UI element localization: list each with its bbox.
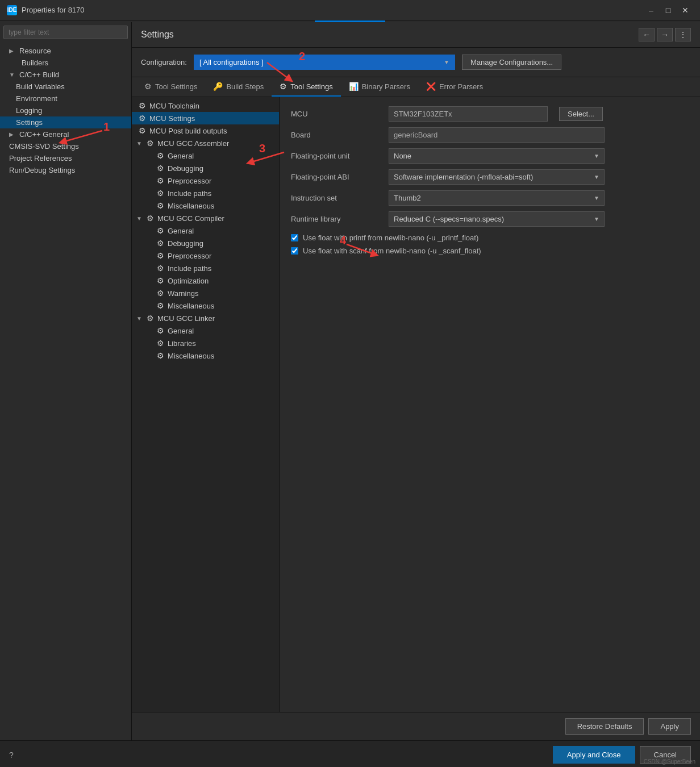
tree-mcu-gcc-assembler[interactable]: ▼ MCU GCC Assembler (132, 137, 279, 149)
fpu-value: None (394, 152, 411, 160)
sidebar-item-builders[interactable]: Builders (0, 57, 131, 69)
sidebar-item-environment[interactable]: Environment (0, 93, 131, 105)
apply-button[interactable]: Apply (648, 718, 691, 735)
apply-close-button[interactable]: Apply and Close (553, 746, 635, 764)
settings-title: Settings (141, 30, 174, 40)
dialog: ▶ Resource Builders ▼ C/C++ Build Build … (0, 22, 700, 767)
maximize-button[interactable]: □ (660, 2, 676, 18)
main-content: Settings ← → ⋮ Configuration: [ All conf… (132, 22, 700, 740)
tree-mcu-gcc-linker[interactable]: ▼ MCU GCC Linker (132, 312, 279, 324)
tab-icon-3: ⚙ (280, 82, 287, 91)
check2-label: Use float with scanf from newlib-nano (-… (303, 247, 481, 255)
tab-icon-5: ❌ (426, 82, 436, 91)
gear-icon-13 (157, 251, 164, 260)
runtime-dropdown-arrow: ▼ (594, 216, 599, 222)
tree-gcc-debugging[interactable]: Debugging (132, 237, 279, 249)
window-title: Properties for 8170 (22, 6, 643, 14)
tree-mcu-settings[interactable]: MCU Settings (132, 112, 279, 124)
close-button[interactable]: ✕ (677, 2, 693, 18)
tree-gcc-preprocessor[interactable]: Preprocessor (132, 249, 279, 262)
tab-binary-parsers[interactable]: 📊 Binary Parsers (341, 77, 418, 97)
tab-tool-settings-1[interactable]: ⚙ Tool Settings (136, 77, 205, 97)
tree-gcc-include-paths[interactable]: Include paths (132, 262, 279, 274)
tree-asm-miscellaneous[interactable]: Miscellaneous (132, 199, 279, 212)
configuration-row: Configuration: [ All configurations ] ▼ … (132, 48, 700, 77)
mcu-row: MCU STM32F103ZETx Select... (291, 106, 689, 122)
tree-gcc-miscellaneous[interactable]: Miscellaneous (132, 299, 279, 312)
tree-mcu-toolchain[interactable]: MCU Toolchain (132, 99, 279, 112)
header-nav: ← → ⋮ (639, 28, 691, 41)
tree-asm-preprocessor[interactable]: Preprocessor (132, 174, 279, 187)
tree-gcc-warnings[interactable]: Warnings (132, 287, 279, 299)
gear-icon-18 (147, 314, 154, 323)
gear-icon-10 (147, 214, 154, 223)
board-row: Board genericBoard (291, 127, 689, 143)
nav-back-button[interactable]: ← (639, 28, 655, 41)
fpu-select[interactable]: None ▼ (389, 148, 605, 164)
tree-mcu-gcc-compiler[interactable]: ▼ MCU GCC Compiler (132, 212, 279, 224)
check1-checkbox[interactable] (291, 234, 298, 241)
tree-asm-general[interactable]: General (132, 149, 279, 162)
runtime-value: Reduced C (--specs=nano.specs) (394, 215, 504, 223)
sidebar-item-cpp-general[interactable]: ▶ C/C++ General (0, 128, 131, 140)
tree-mcu-post-build[interactable]: MCU Post build outputs (132, 124, 279, 137)
tree-asm-debugging[interactable]: Debugging (132, 162, 279, 174)
fpabi-select[interactable]: Software implementation (-mfloat-abi=sof… (389, 169, 605, 185)
sidebar-item-resource[interactable]: ▶ Resource (0, 45, 131, 57)
fpabi-value: Software implementation (-mfloat-abi=sof… (394, 173, 533, 181)
config-dropdown-arrow: ▼ (444, 59, 449, 65)
mcu-settings-panel: MCU STM32F103ZETx Select... Board generi… (280, 97, 700, 712)
mcu-select-button[interactable]: Select... (559, 107, 603, 121)
instr-label: Instruction set (291, 194, 382, 202)
filter-input[interactable] (3, 26, 128, 39)
gear-icon-6 (157, 164, 164, 173)
runtime-label: Runtime library (291, 215, 382, 223)
sidebar-item-logging[interactable]: Logging (0, 105, 131, 116)
sidebar-item-project-refs[interactable]: Project References (0, 152, 131, 164)
nav-forward-button[interactable]: → (657, 28, 673, 41)
fpu-row: Floating-point unit None ▼ (291, 148, 689, 164)
gear-icon-4 (147, 139, 154, 148)
gear-icon-16 (157, 289, 164, 298)
fpabi-label: Floating-point ABI (291, 173, 382, 181)
sidebar-item-cpp-build[interactable]: ▼ C/C++ Build (0, 69, 131, 81)
gear-icon-21 (157, 351, 164, 360)
check1-label: Use float with printf from newlib-nano (… (303, 234, 478, 242)
fpabi-row: Floating-point ABI Software implementati… (291, 169, 689, 185)
board-label: Board (291, 131, 382, 139)
help-icon[interactable]: ? (9, 751, 14, 760)
tree-linker-general[interactable]: General (132, 324, 279, 337)
gear-icon-9 (157, 201, 164, 210)
tab-build-steps[interactable]: 🔑 Build Steps (205, 77, 272, 97)
gear-icon-17 (157, 301, 164, 310)
check2-checkbox[interactable] (291, 247, 298, 255)
tab-error-parsers[interactable]: ❌ Error Parsers (418, 77, 491, 97)
instr-value: Thumb2 (394, 194, 421, 202)
tree-asm-include-paths[interactable]: Include paths (132, 187, 279, 199)
runtime-select[interactable]: Reduced C (--specs=nano.specs) ▼ (389, 211, 605, 227)
gear-icon-14 (157, 264, 164, 273)
minimize-button[interactable]: – (643, 2, 659, 18)
bottom-bar: Restore Defaults Apply (132, 712, 700, 740)
tree-gcc-optimization[interactable]: Optimization (132, 274, 279, 287)
tree-linker-libraries[interactable]: Libraries (132, 337, 279, 349)
sidebar-item-settings[interactable]: Settings (0, 116, 131, 128)
gear-icon-19 (157, 326, 164, 335)
watermark: CSDN @SuperBeen (644, 758, 695, 765)
restore-defaults-button[interactable]: Restore Defaults (565, 718, 644, 735)
board-value: genericBoard (389, 127, 605, 143)
config-value: [ All configurations ] (199, 58, 264, 66)
tree-gcc-general[interactable]: General (132, 224, 279, 237)
instr-select[interactable]: Thumb2 ▼ (389, 190, 605, 206)
nav-tree: ▶ Resource Builders ▼ C/C++ Build Build … (0, 43, 131, 740)
check1-row: Use float with printf from newlib-nano (… (291, 234, 689, 242)
progress-bar (0, 20, 700, 22)
sidebar-item-cmsis-svd[interactable]: CMSIS-SVD Settings (0, 140, 131, 152)
sidebar-item-run-debug[interactable]: Run/Debug Settings (0, 164, 131, 176)
tree-linker-miscellaneous[interactable]: Miscellaneous (132, 349, 279, 362)
sidebar-item-build-variables[interactable]: Build Variables (0, 81, 131, 93)
config-select[interactable]: [ All configurations ] ▼ (194, 55, 455, 70)
nav-menu-button[interactable]: ⋮ (675, 28, 691, 41)
manage-configurations-button[interactable]: Manage Configurations... (462, 55, 561, 70)
tab-tool-settings-2[interactable]: ⚙ Tool Settings (272, 77, 340, 97)
